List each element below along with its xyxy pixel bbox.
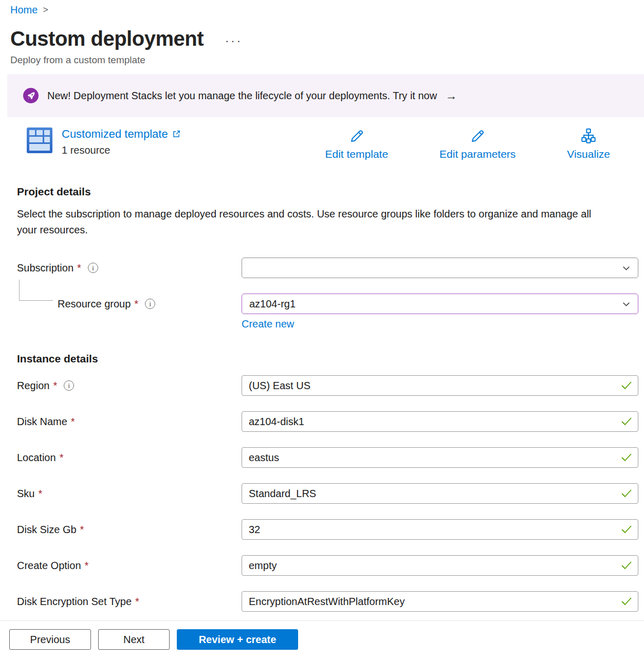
breadcrumb-home-link[interactable]: Home [10,4,38,16]
valid-check-icon [621,381,632,390]
sku-row: Sku * [17,483,644,504]
resource-group-label: Resource group [58,298,131,310]
create-new-link[interactable]: Create new [242,318,294,330]
deployment-stacks-banner[interactable]: New! Deployment Stacks let you manage th… [7,74,644,117]
create-option-label-cell: Create Option * [17,560,242,572]
edit-parameters-button[interactable]: Edit parameters [436,127,519,161]
page-subtitle: Deploy from a custom template [10,54,644,66]
valid-check-icon [621,525,632,534]
valid-check-icon [621,489,632,498]
visualize-button[interactable]: Visualize [564,127,613,161]
required-marker: * [53,380,57,392]
template-summary-row: Customized template 1 resource Edit temp… [27,127,613,161]
disk-size-gb-label: Disk Size Gb [17,524,77,536]
required-marker: * [80,524,84,536]
required-marker: * [60,452,64,464]
template-icon [27,127,52,153]
breadcrumb-chevron-icon: > [43,5,48,15]
resource-group-dropdown[interactable]: az104-rg1 [242,294,638,314]
project-details-description: Select the subscription to manage deploy… [17,206,608,238]
region-label-cell: Region * i [17,380,242,392]
resource-group-value: az104-rg1 [249,298,296,310]
chevron-down-icon [622,300,631,308]
create-option-input[interactable] [242,555,638,576]
location-row: Location * [17,447,644,468]
breadcrumb: Home > [0,0,644,16]
wizard-footer: Previous Next Review + create [0,620,644,658]
external-link-icon [172,130,181,139]
disk-name-label: Disk Name [17,416,67,428]
valid-check-icon [621,597,632,606]
disk-size-gb-row: Disk Size Gb * [17,519,644,540]
project-details-form: Subscription * i Resource group * i az10… [17,258,644,330]
valid-check-icon [621,561,632,570]
template-actions: Edit template Edit parameters Visualize [322,127,613,161]
pencil-icon [469,128,486,144]
location-label: Location [17,452,56,464]
required-marker: * [85,560,89,572]
disk-encryption-set-type-label-cell: Disk Encryption Set Type * [17,596,242,608]
arrow-right-icon: → [445,89,457,103]
page-title: Custom deployment [10,27,204,50]
create-option-row: Create Option * [17,555,644,576]
required-marker: * [38,488,42,500]
subscription-label: Subscription [17,262,73,274]
project-details-heading: Project details [17,186,644,198]
info-icon[interactable]: i [64,380,74,391]
instance-details-form: Region * i Disk Name * Location * [17,375,644,612]
disk-name-row: Disk Name * [17,411,644,432]
visualize-label: Visualize [567,148,610,160]
title-bar: Custom deployment ··· [10,27,644,50]
banner-message: New! Deployment Stacks let you manage th… [47,90,437,102]
location-input[interactable] [242,447,638,468]
visualize-icon [580,128,597,144]
region-input[interactable] [242,375,638,396]
create-new-row: Create new [242,318,644,330]
rocket-icon [23,88,39,103]
disk-encryption-set-type-input[interactable] [242,591,638,612]
disk-encryption-set-type-label: Disk Encryption Set Type [17,596,132,608]
info-icon[interactable]: i [145,299,155,309]
sku-label: Sku [17,488,34,500]
subscription-group-connector [19,280,53,301]
custom-deployment-page: Home > Custom deployment ··· Deploy from… [0,0,644,658]
next-button[interactable]: Next [98,629,170,650]
required-marker: * [77,262,81,274]
valid-check-icon [621,417,632,426]
customized-template-label: Customized template [62,127,168,141]
region-label: Region [17,380,49,392]
required-marker: * [71,416,75,428]
required-marker: * [135,596,139,608]
disk-name-label-cell: Disk Name * [17,416,242,428]
chevron-down-icon [622,264,631,272]
create-option-label: Create Option [17,560,81,572]
resource-count: 1 resource [62,144,181,156]
region-row: Region * i [17,375,644,396]
disk-encryption-set-type-row: Disk Encryption Set Type * [17,591,644,612]
subscription-row: Subscription * i [17,258,644,278]
previous-button[interactable]: Previous [9,629,91,650]
pencil-icon [348,128,365,144]
sku-label-cell: Sku * [17,488,242,500]
info-icon[interactable]: i [88,263,98,273]
edit-template-button[interactable]: Edit template [322,127,392,161]
sku-input[interactable] [242,483,638,504]
review-create-button[interactable]: Review + create [177,629,298,650]
edit-parameters-label: Edit parameters [439,148,516,160]
instance-details-heading: Instance details [17,353,644,365]
required-marker: * [134,298,138,310]
more-actions-button[interactable]: ··· [223,34,245,48]
resource-group-row: Resource group * i az104-rg1 [17,294,644,314]
disk-size-gb-input[interactable] [242,519,638,540]
edit-template-label: Edit template [325,148,389,160]
valid-check-icon [621,453,632,462]
location-label-cell: Location * [17,452,242,464]
disk-size-gb-label-cell: Disk Size Gb * [17,524,242,536]
customized-template-link[interactable]: Customized template [62,127,181,141]
disk-name-input[interactable] [242,411,638,432]
subscription-dropdown[interactable] [242,258,638,278]
subscription-label-cell: Subscription * i [17,262,242,274]
